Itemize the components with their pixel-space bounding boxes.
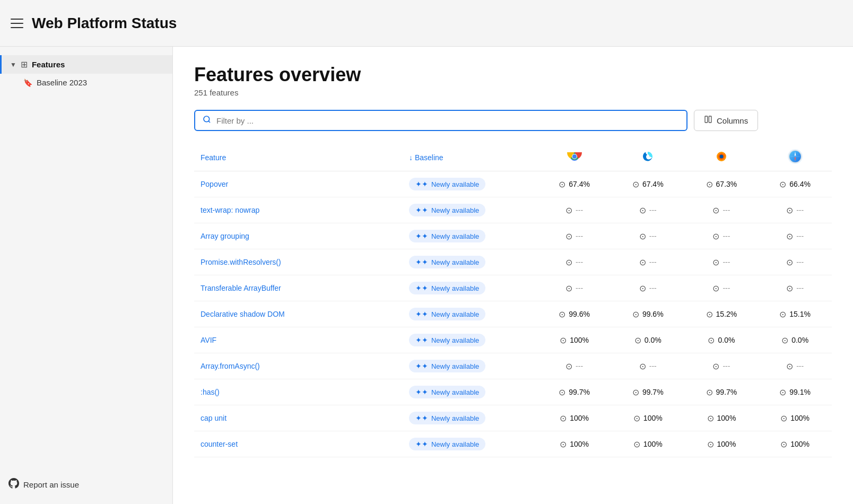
check-circle-icon: ⊙: [712, 283, 719, 293]
browser-cell: ⊙ ---: [758, 223, 832, 249]
browser-cell: ⊙ ---: [758, 249, 832, 275]
feature-name-cell: Promise.withResolvers(): [194, 249, 403, 275]
check-circle-icon: ⊙: [633, 439, 640, 449]
browser-cell: ⊙ 67.4%: [537, 171, 611, 197]
baseline-cell: ✦✦ Newly available: [403, 197, 537, 223]
browser-value: ---: [576, 258, 583, 266]
sidebar-features-label: Features: [32, 60, 65, 69]
browser-value: 99.6%: [569, 310, 590, 318]
browser-value: ---: [649, 284, 657, 292]
feature-link[interactable]: cap unit: [201, 414, 227, 422]
browser-cell: ⊙ 99.1%: [758, 379, 832, 405]
baseline-label: Newly available: [431, 206, 479, 214]
browser-cell: ⊙ 67.4%: [611, 171, 685, 197]
sparkle-icon: ✦✦: [415, 440, 428, 448]
browser-cell: ⊙ ---: [537, 353, 611, 379]
feature-link[interactable]: AVIF: [201, 336, 216, 344]
check-circle-icon: ⊙: [560, 413, 567, 423]
check-circle-icon: ⊙: [712, 231, 719, 241]
browser-value: ---: [723, 232, 730, 240]
feature-name-cell: Declarative shadow DOM: [194, 301, 403, 327]
check-circle-icon: ⊙: [779, 387, 786, 397]
sidebar-item-baseline[interactable]: 🔖 Baseline 2023: [0, 74, 172, 91]
sparkle-icon: ✦✦: [415, 180, 428, 188]
th-feature[interactable]: Feature: [194, 144, 403, 171]
baseline-label: Newly available: [431, 388, 479, 396]
check-circle-icon: ⊙: [639, 257, 646, 267]
sparkle-icon: ✦✦: [415, 336, 428, 344]
table-row: :has() ✦✦ Newly available ⊙ 99.7% ⊙ 99.7…: [194, 379, 832, 405]
check-circle-icon: ⊙: [781, 335, 788, 345]
browser-cell: ⊙ 0.0%: [758, 327, 832, 353]
check-circle-icon: ⊙: [786, 257, 793, 267]
browser-value: ---: [576, 362, 583, 370]
browser-cell: ⊙ 67.3%: [685, 171, 759, 197]
feature-link[interactable]: text-wrap: nowrap: [201, 206, 259, 214]
sidebar-baseline-label: Baseline 2023: [37, 78, 87, 87]
browser-value: 0.0%: [718, 336, 735, 344]
browser-value: 0.0%: [645, 336, 661, 344]
browser-cell: ⊙ 66.4%: [758, 171, 832, 197]
check-circle-icon: ⊙: [565, 283, 572, 293]
baseline-label: Newly available: [431, 258, 479, 266]
feature-link[interactable]: Promise.withResolvers(): [201, 258, 281, 266]
sidebar-item-features[interactable]: ▼ ⊞ Features: [0, 55, 172, 74]
svg-point-7: [572, 154, 577, 159]
browser-value: 99.7%: [642, 388, 664, 396]
search-icon: [203, 115, 211, 126]
sidebar-item-report[interactable]: Report an issue: [0, 474, 172, 496]
check-circle-icon: ⊙: [559, 387, 565, 397]
check-circle-icon: ⊙: [560, 439, 567, 449]
check-circle-icon: ⊙: [565, 361, 572, 371]
check-circle-icon: ⊙: [707, 439, 714, 449]
baseline-cell: ✦✦ Newly available: [403, 301, 537, 327]
check-circle-icon: ⊙: [708, 335, 715, 345]
columns-label: Columns: [717, 116, 748, 125]
check-circle-icon: ⊙: [712, 361, 719, 371]
baseline-cell: ✦✦ Newly available: [403, 249, 537, 275]
check-circle-icon: ⊙: [565, 231, 572, 241]
browser-cell: ⊙ ---: [611, 223, 685, 249]
feature-link[interactable]: Transferable ArrayBuffer: [201, 284, 281, 292]
browser-value: ---: [649, 206, 657, 214]
svg-rect-2: [705, 116, 708, 123]
feature-link[interactable]: :has(): [201, 388, 220, 396]
sparkle-icon: ✦✦: [415, 206, 428, 214]
baseline-cell: ✦✦ Newly available: [403, 431, 537, 457]
baseline-cell: ✦✦ Newly available: [403, 223, 537, 249]
browser-value: 66.4%: [789, 180, 811, 188]
browser-cell: ⊙ 100%: [537, 431, 611, 457]
check-circle-icon: ⊙: [633, 413, 640, 423]
browser-cell: ⊙ ---: [758, 197, 832, 223]
feature-name-cell: Array.fromAsync(): [194, 353, 403, 379]
check-circle-icon: ⊙: [632, 387, 639, 397]
columns-button[interactable]: Columns: [694, 110, 758, 131]
browser-value: 67.4%: [569, 180, 590, 188]
table-row: Transferable ArrayBuffer ✦✦ Newly availa…: [194, 275, 832, 301]
th-firefox: [685, 144, 759, 171]
browser-cell: ⊙ ---: [537, 223, 611, 249]
baseline-label: Newly available: [431, 362, 479, 370]
sparkle-icon: ✦✦: [415, 284, 428, 292]
check-circle-icon: ⊙: [707, 413, 714, 423]
feature-link[interactable]: counter-set: [201, 440, 238, 448]
baseline-badge: ✦✦ Newly available: [409, 308, 485, 320]
feature-link[interactable]: Array.fromAsync(): [201, 362, 260, 370]
check-circle-icon: ⊙: [786, 283, 793, 293]
filter-input[interactable]: [216, 116, 679, 125]
top-header: Web Platform Status: [0, 0, 853, 47]
table-row: Array.fromAsync() ✦✦ Newly available ⊙ -…: [194, 353, 832, 379]
browser-cell: ⊙ ---: [537, 197, 611, 223]
feature-link[interactable]: Array grouping: [201, 232, 249, 240]
browser-value: 67.4%: [642, 180, 664, 188]
feature-link[interactable]: Popover: [201, 180, 228, 188]
feature-link[interactable]: Declarative shadow DOM: [201, 310, 285, 318]
table-row: Declarative shadow DOM ✦✦ Newly availabl…: [194, 301, 832, 327]
baseline-badge: ✦✦ Newly available: [409, 412, 485, 424]
baseline-badge: ✦✦ Newly available: [409, 334, 485, 346]
sort-arrow-icon: ↓: [409, 153, 413, 162]
sparkle-icon: ✦✦: [415, 258, 428, 266]
hamburger-icon[interactable]: [11, 19, 23, 28]
browser-value: 100%: [790, 414, 810, 422]
th-baseline[interactable]: ↓Baseline: [403, 144, 537, 171]
